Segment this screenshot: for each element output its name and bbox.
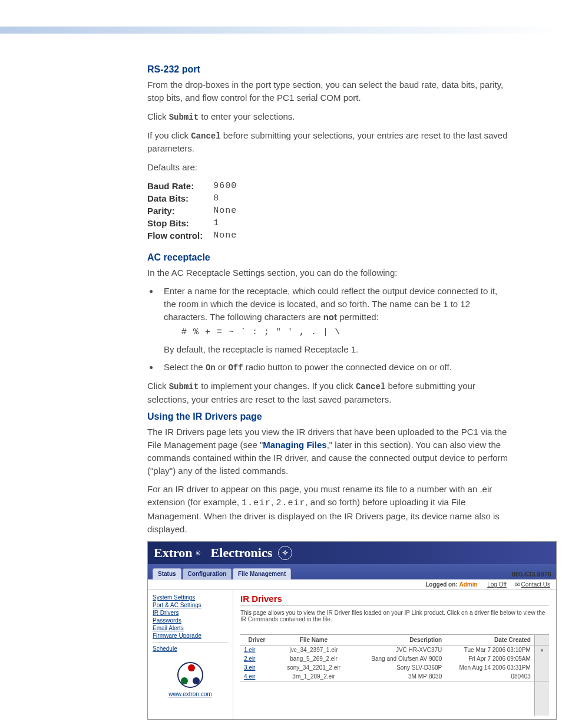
top-gradient <box>0 27 562 34</box>
driver-link[interactable]: 3.eir <box>244 664 255 671</box>
sidebar-item-firmware-upgrade[interactable]: Firmware Upgrade <box>153 632 228 640</box>
sidebar-item-email-alerts[interactable]: Email Alerts <box>153 624 228 632</box>
tab-file-management[interactable]: File Management <box>233 568 291 579</box>
sidebar-item-passwords[interactable]: Passwords <box>153 617 228 624</box>
defaults-table: Baud Rate:9600 Data Bits:8 Parity:None S… <box>147 180 247 242</box>
tab-configuration[interactable]: Configuration <box>183 568 232 579</box>
p-ir-2: For an IR driver to appear on this page,… <box>147 483 509 535</box>
globe-icon: ✧ <box>278 546 292 560</box>
p-ir-1: The IR Drivers page lets you view the IR… <box>147 426 509 477</box>
link-extron-url[interactable]: www.extron.com <box>153 690 228 698</box>
phone-number: 800.633.9876 <box>512 571 551 578</box>
driver-link[interactable]: 4.eir <box>244 673 255 680</box>
ir-drivers-screenshot: Extron® Electronics ✧ Status Configurati… <box>147 541 557 720</box>
driver-link[interactable]: 2.eir <box>244 655 255 662</box>
link-log-off[interactable]: Log Off <box>487 581 507 588</box>
li-ac-1: Enter a name for the receptacle, which c… <box>159 285 509 356</box>
table-row: 3.eir sony_34_2201_2.eir Sony SLV-D360P … <box>240 663 549 672</box>
ir-drivers-table: Driver File Name Description Date Create… <box>240 634 549 716</box>
table-row: 4.eir 3m_1_209_2.eir 3M MP-8030 080403 <box>240 672 549 681</box>
sidebar-item-schedule[interactable]: Schedule <box>153 645 228 653</box>
p-rs232-2: Click Submit to enter your selections. <box>147 110 509 123</box>
link-managing-files[interactable]: Managing Files <box>263 440 326 450</box>
scroll-up-icon[interactable]: ▲ <box>534 645 549 655</box>
p-ac-2: Click Submit to implement your changes. … <box>147 380 509 406</box>
heading-ir: Using the IR Drivers page <box>147 411 509 422</box>
sidebar-item-system-settings[interactable]: System Settings <box>153 594 228 601</box>
table-row: 2.eir bang_5_269_2.eir Bang and Olufsen … <box>240 654 549 663</box>
ss-main-title: IR Drivers <box>240 594 549 606</box>
ss-sidebar: System Settings Port & AC Settings IR Dr… <box>148 590 233 719</box>
logged-on-user: Admin <box>459 581 477 588</box>
heading-ac: AC receptacle <box>147 252 509 263</box>
heading-rs232: RS-232 port <box>147 64 509 75</box>
table-row: 1.eir jvc_34_2397_1.eir JVC HR-XVC37U Tu… <box>240 645 549 655</box>
p-ac-1: In the AC Receptacle Settings section, y… <box>147 266 509 279</box>
ss-main-desc: This page allows you to view the IR Driv… <box>240 610 549 622</box>
extron-logo-icon <box>177 662 203 688</box>
p-rs232-1: From the drop-boxes in the port type sec… <box>147 78 509 104</box>
ss-banner: Extron® Electronics ✧ <box>148 542 556 564</box>
tab-status[interactable]: Status <box>153 568 181 579</box>
driver-link[interactable]: 1.eir <box>244 647 255 653</box>
sidebar-item-port-ac-settings[interactable]: Port & AC Settings <box>153 601 228 609</box>
link-contact-us[interactable]: Contact Us <box>521 581 550 588</box>
sidebar-item-ir-drivers[interactable]: IR Drivers <box>153 609 228 617</box>
p-rs232-4: Defaults are: <box>147 161 509 174</box>
mail-icon: ✉ <box>515 581 520 588</box>
p-rs232-3: If you click Cancel before submitting yo… <box>147 129 509 155</box>
li-ac-2: Select the On or Off radio button to pow… <box>159 361 509 374</box>
